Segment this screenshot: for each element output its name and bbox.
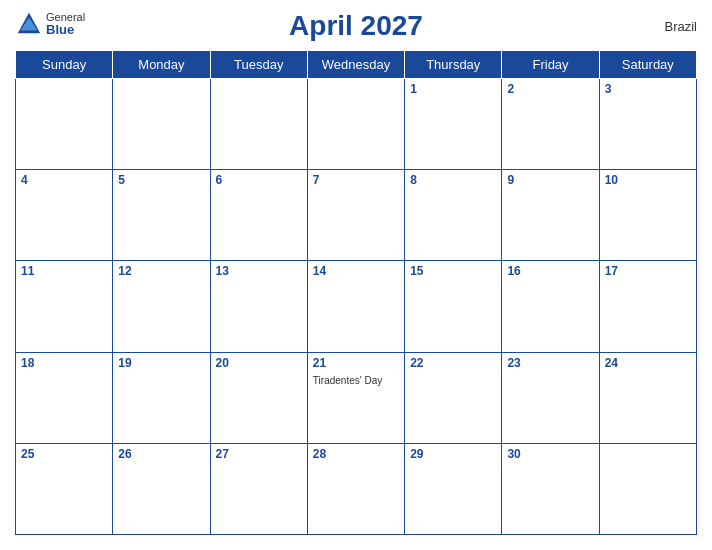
calendar-cell: 7 xyxy=(307,170,404,261)
day-number: 8 xyxy=(410,173,496,187)
calendar-cell: 14 xyxy=(307,261,404,352)
calendar-header: General Blue April 2027 Brazil xyxy=(15,10,697,42)
logo-icon xyxy=(15,10,43,38)
calendar-cell: 4 xyxy=(16,170,113,261)
calendar-cell: 25 xyxy=(16,443,113,534)
event-label: Tiradentes' Day xyxy=(313,375,382,386)
day-number: 28 xyxy=(313,447,399,461)
day-number: 9 xyxy=(507,173,593,187)
logo-text: General Blue xyxy=(46,11,85,37)
header-tuesday: Tuesday xyxy=(210,51,307,79)
calendar-cell: 15 xyxy=(405,261,502,352)
day-number: 27 xyxy=(216,447,302,461)
calendar-cell: 2 xyxy=(502,79,599,170)
calendar-cell: 23 xyxy=(502,352,599,443)
calendar-cell: 3 xyxy=(599,79,696,170)
calendar-cell: 9 xyxy=(502,170,599,261)
day-number: 26 xyxy=(118,447,204,461)
calendar-cell xyxy=(307,79,404,170)
header-monday: Monday xyxy=(113,51,210,79)
weekday-header-row: Sunday Monday Tuesday Wednesday Thursday… xyxy=(16,51,697,79)
calendar-cell: 10 xyxy=(599,170,696,261)
calendar-cell: 16 xyxy=(502,261,599,352)
day-number: 22 xyxy=(410,356,496,370)
week-row-4: 18192021Tiradentes' Day222324 xyxy=(16,352,697,443)
logo-blue: Blue xyxy=(46,23,85,37)
day-number: 25 xyxy=(21,447,107,461)
calendar-cell: 29 xyxy=(405,443,502,534)
day-number: 29 xyxy=(410,447,496,461)
calendar-cell xyxy=(16,79,113,170)
day-number: 1 xyxy=(410,82,496,96)
calendar-cell xyxy=(113,79,210,170)
header-saturday: Saturday xyxy=(599,51,696,79)
calendar-cell xyxy=(599,443,696,534)
day-number: 14 xyxy=(313,264,399,278)
day-number: 30 xyxy=(507,447,593,461)
day-number: 3 xyxy=(605,82,691,96)
calendar-cell: 11 xyxy=(16,261,113,352)
week-row-2: 45678910 xyxy=(16,170,697,261)
week-row-5: 252627282930 xyxy=(16,443,697,534)
calendar-container: General Blue April 2027 Brazil Sunday Mo… xyxy=(0,0,712,550)
day-number: 19 xyxy=(118,356,204,370)
day-number: 13 xyxy=(216,264,302,278)
day-number: 6 xyxy=(216,173,302,187)
day-number: 23 xyxy=(507,356,593,370)
calendar-cell: 20 xyxy=(210,352,307,443)
calendar-title: April 2027 xyxy=(289,10,423,42)
calendar-cell: 26 xyxy=(113,443,210,534)
calendar-cell: 30 xyxy=(502,443,599,534)
calendar-cell: 22 xyxy=(405,352,502,443)
day-number: 4 xyxy=(21,173,107,187)
calendar-cell: 27 xyxy=(210,443,307,534)
header-friday: Friday xyxy=(502,51,599,79)
day-number: 2 xyxy=(507,82,593,96)
header-sunday: Sunday xyxy=(16,51,113,79)
day-number: 16 xyxy=(507,264,593,278)
calendar-cell: 6 xyxy=(210,170,307,261)
header-wednesday: Wednesday xyxy=(307,51,404,79)
week-row-3: 11121314151617 xyxy=(16,261,697,352)
calendar-cell: 12 xyxy=(113,261,210,352)
day-number: 15 xyxy=(410,264,496,278)
day-number: 10 xyxy=(605,173,691,187)
calendar-cell: 24 xyxy=(599,352,696,443)
day-number: 12 xyxy=(118,264,204,278)
day-number: 21 xyxy=(313,356,399,370)
calendar-cell: 28 xyxy=(307,443,404,534)
day-number: 20 xyxy=(216,356,302,370)
calendar-cell: 21Tiradentes' Day xyxy=(307,352,404,443)
day-number: 7 xyxy=(313,173,399,187)
calendar-table: Sunday Monday Tuesday Wednesday Thursday… xyxy=(15,50,697,535)
day-number: 24 xyxy=(605,356,691,370)
calendar-cell: 19 xyxy=(113,352,210,443)
country-label: Brazil xyxy=(664,19,697,34)
day-number: 5 xyxy=(118,173,204,187)
calendar-cell: 5 xyxy=(113,170,210,261)
calendar-cell: 18 xyxy=(16,352,113,443)
calendar-cell: 17 xyxy=(599,261,696,352)
day-number: 18 xyxy=(21,356,107,370)
calendar-cell: 8 xyxy=(405,170,502,261)
calendar-cell: 13 xyxy=(210,261,307,352)
calendar-cell xyxy=(210,79,307,170)
day-number: 11 xyxy=(21,264,107,278)
logo: General Blue xyxy=(15,10,85,38)
calendar-cell: 1 xyxy=(405,79,502,170)
day-number: 17 xyxy=(605,264,691,278)
week-row-1: 123 xyxy=(16,79,697,170)
header-thursday: Thursday xyxy=(405,51,502,79)
